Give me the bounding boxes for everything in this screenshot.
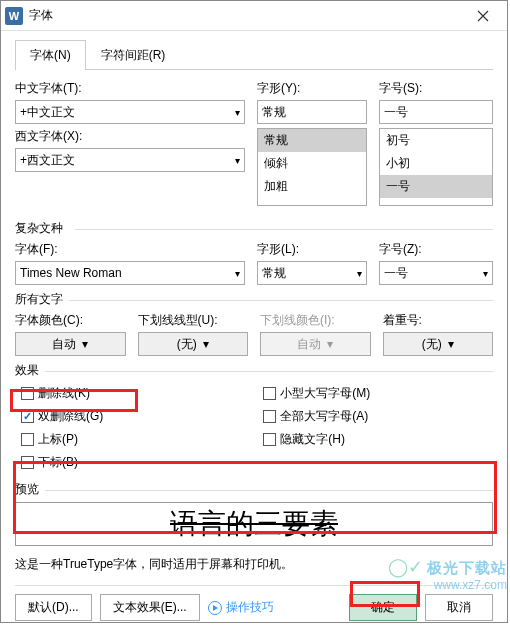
close-button[interactable]: [463, 2, 503, 30]
label-size: 字号(S):: [379, 80, 493, 97]
list-item[interactable]: 小初: [380, 152, 492, 175]
tab-bar: 字体(N) 字符间距(R): [15, 39, 493, 70]
font-description: 这是一种TrueType字体，同时适用于屏幕和打印机。: [15, 556, 493, 573]
group-all-text: 所有文字: [15, 291, 493, 308]
list-item[interactable]: 一号: [380, 175, 492, 198]
label-complex-size: 字号(Z):: [379, 241, 493, 258]
checkbox-hidden[interactable]: 隐藏文字(H): [263, 431, 370, 448]
label-underline-color: 下划线颜色(I):: [260, 312, 371, 329]
title-bar: W 字体: [1, 1, 507, 31]
group-effects: 效果: [15, 362, 493, 379]
chinese-font-select[interactable]: +中文正文: [15, 100, 245, 124]
complex-style-select[interactable]: 常规: [257, 261, 367, 285]
label-underline-style: 下划线线型(U):: [138, 312, 249, 329]
emphasis-button[interactable]: (无) ▾: [383, 332, 494, 356]
label-western-font: 西文字体(X):: [15, 128, 245, 145]
label-chinese-font: 中文字体(T):: [15, 80, 245, 97]
preview-text: 语言的三要素: [170, 505, 338, 543]
size-listbox[interactable]: 初号 小初 一号: [379, 128, 493, 206]
tab-spacing[interactable]: 字符间距(R): [86, 40, 181, 70]
play-icon: [208, 601, 222, 615]
cancel-button[interactable]: 取消: [425, 594, 493, 621]
checkbox-all-caps[interactable]: 全部大写字母(A): [263, 408, 370, 425]
close-icon: [477, 10, 489, 22]
complex-size-select[interactable]: 一号: [379, 261, 493, 285]
ok-button[interactable]: 确定: [349, 594, 417, 621]
checkbox-double-strike[interactable]: 双删除线(G): [21, 408, 103, 425]
group-complex: 复杂文种: [15, 220, 493, 237]
western-font-select[interactable]: +西文正文: [15, 148, 245, 172]
tips-link[interactable]: 操作技巧: [208, 599, 274, 616]
preview-box: 语言的三要素: [15, 502, 493, 546]
style-listbox[interactable]: 常规 倾斜 加粗: [257, 128, 367, 206]
list-item[interactable]: 加粗: [258, 175, 366, 198]
list-item[interactable]: 初号: [380, 129, 492, 152]
underline-style-button[interactable]: (无) ▾: [138, 332, 249, 356]
font-color-button[interactable]: 自动 ▾: [15, 332, 126, 356]
style-input[interactable]: [257, 100, 367, 124]
label-font-color: 字体颜色(C):: [15, 312, 126, 329]
underline-color-button: 自动 ▾: [260, 332, 371, 356]
complex-font-select[interactable]: Times New Roman: [15, 261, 245, 285]
label-complex-style: 字形(L):: [257, 241, 367, 258]
text-effects-button[interactable]: 文本效果(E)...: [100, 594, 200, 621]
label-complex-font: 字体(F):: [15, 241, 245, 258]
checkbox-strikethrough[interactable]: 删除线(K): [21, 385, 103, 402]
checkbox-subscript[interactable]: 下标(B): [21, 454, 103, 471]
default-button[interactable]: 默认(D)...: [15, 594, 92, 621]
app-icon: W: [5, 7, 23, 25]
label-style: 字形(Y):: [257, 80, 367, 97]
list-item[interactable]: 常规: [258, 129, 366, 152]
list-item[interactable]: 倾斜: [258, 152, 366, 175]
label-emphasis: 着重号:: [383, 312, 494, 329]
checkbox-superscript[interactable]: 上标(P): [21, 431, 103, 448]
size-input[interactable]: [379, 100, 493, 124]
checkbox-small-caps[interactable]: 小型大写字母(M): [263, 385, 370, 402]
group-preview: 预览: [15, 481, 493, 498]
dialog-title: 字体: [29, 7, 463, 24]
tab-font[interactable]: 字体(N): [15, 40, 86, 70]
